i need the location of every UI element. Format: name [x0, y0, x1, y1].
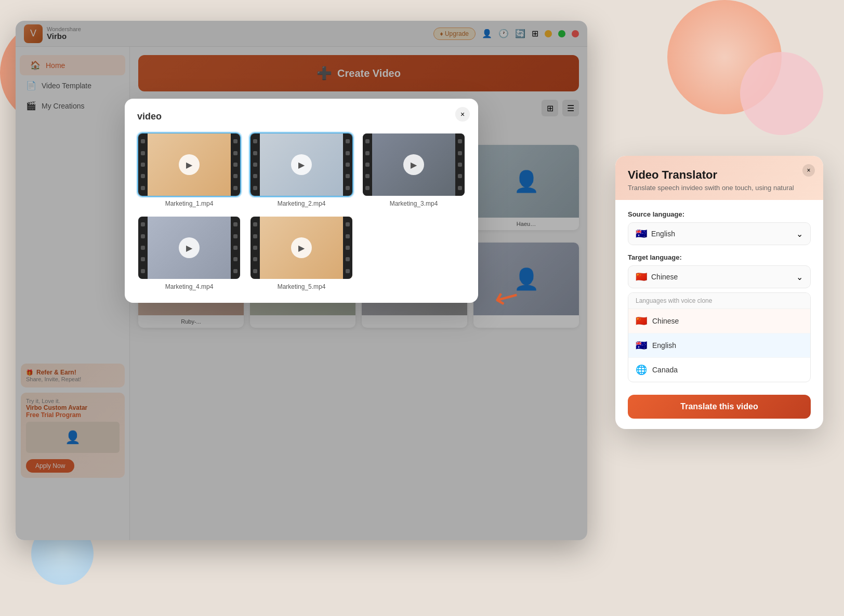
film-hole	[346, 222, 350, 226]
video-thumb-inner-1: ▶	[138, 133, 240, 196]
chinese-flag: 🇨🇳	[636, 315, 647, 327]
translator-title: Video Translator	[628, 168, 811, 182]
canada-flag: 🌐	[636, 364, 647, 376]
dropdown-item-canada[interactable]: 🌐 Canada	[628, 358, 810, 382]
film-hole	[253, 234, 257, 238]
film-hole	[233, 174, 238, 178]
modal-title: video	[137, 111, 466, 122]
film-hole	[141, 163, 145, 167]
target-language-label: Target language:	[628, 253, 811, 261]
film-strip-left-3	[363, 133, 372, 196]
play-button-5[interactable]: ▶	[291, 237, 312, 258]
film-hole	[346, 257, 350, 261]
video-modal: video ×	[125, 99, 478, 303]
target-chevron-icon: ⌄	[796, 272, 803, 282]
target-language-select[interactable]: 🇨🇳 Chinese ⌄	[628, 265, 811, 288]
modal-close-button[interactable]: ×	[455, 107, 470, 122]
film-hole	[253, 257, 257, 261]
english-label: English	[652, 341, 676, 350]
source-language-select[interactable]: 🇦🇺 English ⌄	[628, 222, 811, 245]
video-thumb-1: ▶	[137, 132, 241, 197]
film-strip-right-3	[455, 133, 465, 196]
dropdown-section-label: Languages with voice clone	[628, 293, 810, 309]
film-hole	[141, 257, 145, 261]
translate-video-button[interactable]: Translate this video	[628, 395, 811, 419]
source-chevron-icon: ⌄	[796, 229, 803, 239]
video-grid: ▶ Marketing_1.mp4	[137, 132, 466, 290]
app-window: V Wondershare Virbo ♦ Upgrade 👤 🕐 🔄 ⊞ 🏠 …	[16, 21, 587, 540]
film-hole	[233, 234, 238, 238]
video-thumb-5: ▶	[249, 216, 353, 280]
video-thumb-inner-4: ▶	[138, 217, 240, 279]
film-hole	[253, 269, 257, 273]
film-hole	[233, 246, 238, 250]
film-hole	[253, 174, 257, 178]
video-item-2[interactable]: ▶ Marketing_2.mp4	[249, 132, 353, 207]
video-thumb-3: ▶	[362, 132, 466, 197]
film-strip-right-1	[231, 133, 240, 196]
play-button-1[interactable]: ▶	[179, 154, 200, 175]
video-name-2: Marketing_2.mp4	[249, 200, 353, 207]
film-strip-right-4	[231, 217, 240, 279]
film-hole	[233, 151, 238, 155]
video-thumb-inner-2: ▶	[250, 133, 352, 196]
translator-panel: Video Translator Translate speech invide…	[615, 156, 823, 429]
film-hole	[233, 186, 238, 190]
film-hole	[141, 246, 145, 250]
film-hole	[346, 234, 350, 238]
video-thumb-inner-5: ▶	[250, 217, 352, 279]
film-strip-left-2	[250, 133, 260, 196]
video-item-5[interactable]: ▶ Marketing_5.mp4	[249, 216, 353, 290]
film-hole	[253, 246, 257, 250]
film-strip-left-1	[138, 133, 148, 196]
film-strip-right-5	[343, 217, 352, 279]
chinese-label: Chinese	[652, 317, 679, 325]
translator-close-button[interactable]: ×	[802, 164, 815, 177]
dropdown-item-english[interactable]: 🇦🇺 English	[628, 333, 810, 358]
film-hole	[365, 151, 370, 155]
film-hole	[141, 186, 145, 190]
source-language-value: 🇦🇺 English	[636, 228, 675, 239]
film-hole	[141, 174, 145, 178]
film-hole	[233, 222, 238, 226]
translator-header: Video Translator Translate speech invide…	[615, 156, 823, 200]
play-button-3[interactable]: ▶	[403, 154, 424, 175]
film-hole	[365, 139, 370, 143]
film-hole	[458, 174, 462, 178]
film-hole	[365, 163, 370, 167]
video-thumb-2: ▶	[249, 132, 353, 197]
video-item-1[interactable]: ▶ Marketing_1.mp4	[137, 132, 241, 207]
film-hole	[458, 151, 462, 155]
film-hole	[346, 139, 350, 143]
modal-overlay: video ×	[16, 21, 587, 540]
film-strip-right-2	[343, 133, 352, 196]
film-hole	[346, 269, 350, 273]
film-hole	[458, 163, 462, 167]
video-name-1: Marketing_1.mp4	[137, 200, 241, 207]
video-thumb-inner-3: ▶	[363, 133, 465, 196]
film-hole	[233, 257, 238, 261]
film-hole	[346, 151, 350, 155]
video-item-3[interactable]: ▶ Marketing_3.mp4	[362, 132, 466, 207]
film-hole	[365, 174, 370, 178]
film-hole	[253, 186, 257, 190]
film-hole	[141, 222, 145, 226]
dropdown-item-chinese[interactable]: 🇨🇳 Chinese	[628, 309, 810, 333]
film-hole	[233, 139, 238, 143]
film-hole	[233, 269, 238, 273]
film-hole	[141, 234, 145, 238]
arrow-decoration: ↙	[489, 276, 526, 317]
video-item-4[interactable]: ▶ Marketing_4.mp4	[137, 216, 241, 290]
film-hole	[141, 151, 145, 155]
film-hole	[233, 163, 238, 167]
translator-body: Source language: 🇦🇺 English ⌄ Target lan…	[615, 200, 823, 429]
film-hole	[365, 186, 370, 190]
film-hole	[141, 269, 145, 273]
film-strip-left-5	[250, 217, 260, 279]
play-button-4[interactable]: ▶	[179, 237, 200, 258]
play-button-2[interactable]: ▶	[291, 154, 312, 175]
source-flag: 🇦🇺	[636, 228, 647, 239]
film-hole	[253, 163, 257, 167]
source-language-label: Source language:	[628, 210, 811, 218]
video-name-4: Marketing_4.mp4	[137, 283, 241, 290]
